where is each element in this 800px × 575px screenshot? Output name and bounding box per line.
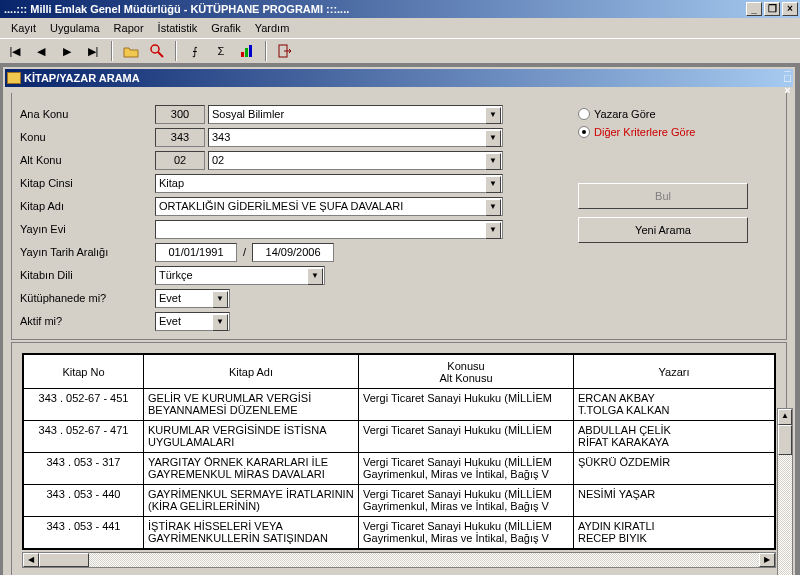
table-cell[interactable]: Vergi Ticaret Sanayi Hukuku (MİLLİEM Gay… <box>359 485 574 517</box>
code-konu[interactable]: 343 <box>155 128 205 147</box>
yeni-arama-button[interactable]: Yeni Arama <box>578 217 748 243</box>
scroll-right-icon[interactable]: ▶ <box>759 553 775 567</box>
table-row[interactable]: 343 . 053 - 440GAYRİMENKUL SERMAYE İRATL… <box>24 485 775 517</box>
date-from[interactable]: 01/01/1991 <box>155 243 237 262</box>
table-cell[interactable]: GAYRİMENKUL SERMAYE İRATLARININ (KİRA GE… <box>144 485 359 517</box>
date-to[interactable]: 14/09/2006 <box>252 243 334 262</box>
table-cell[interactable]: ŞÜKRÜ ÖZDEMİR <box>574 453 775 485</box>
chevron-down-icon[interactable]: ▼ <box>485 153 501 170</box>
chevron-down-icon[interactable]: ▼ <box>212 314 228 331</box>
toolbar: |◀ ◀ ▶ ▶| ⨍ Σ <box>0 38 800 64</box>
menu-uygulama[interactable]: Uygulama <box>43 20 107 36</box>
table-cell[interactable]: GELİR VE KURUMLAR VERGİSİ BEYANNAMESİ DÜ… <box>144 389 359 421</box>
table-row[interactable]: 343 . 053 - 441İŞTİRAK HİSSELERİ VEYA GA… <box>24 517 775 549</box>
nav-first-icon[interactable]: |◀ <box>4 40 26 62</box>
minimize-button[interactable]: _ <box>746 2 762 16</box>
combo-kitapcinsi[interactable]: Kitap▼ <box>155 174 503 193</box>
main-title: ....::: Milli Emlak Genel Müdürlüğü - KÜ… <box>2 3 744 15</box>
sub-maximize-button[interactable]: □ <box>784 72 791 84</box>
chevron-down-icon[interactable]: ▼ <box>485 176 501 193</box>
menu-rapor[interactable]: Rapor <box>107 20 151 36</box>
nav-next-icon[interactable]: ▶ <box>56 40 78 62</box>
table-row[interactable]: 343 . 052-67 - 471KURUMLAR VERGİSİNDE İS… <box>24 421 775 453</box>
menu-yardim[interactable]: Yardım <box>248 20 297 36</box>
combo-kutuphanede[interactable]: Evet▼ <box>155 289 230 308</box>
menu-istatistik[interactable]: İstatistik <box>151 20 205 36</box>
nav-prev-icon[interactable]: ◀ <box>30 40 52 62</box>
combo-kitabindili[interactable]: Türkçe▼ <box>155 266 325 285</box>
table-cell[interactable]: Vergi Ticaret Sanayi Hukuku (MİLLİEM Gay… <box>359 453 574 485</box>
label-kitabindili: Kitabın Dili <box>20 269 155 281</box>
sum-icon[interactable]: Σ <box>210 40 232 62</box>
table-cell[interactable]: 343 . 052-67 - 471 <box>24 421 144 453</box>
table-cell[interactable]: 343 . 053 - 441 <box>24 517 144 549</box>
close-button[interactable]: × <box>782 2 798 16</box>
combo-altkonu[interactable]: 02▼ <box>208 151 503 170</box>
table-cell[interactable]: Vergi Ticaret Sanayi Hukuku (MİLLİEM Gay… <box>359 517 574 549</box>
scroll-thumb[interactable] <box>39 553 89 567</box>
table-cell[interactable]: KURUMLAR VERGİSİNDE İSTİSNA UYGULAMALARI <box>144 421 359 453</box>
sub-titlebar: KİTAP/YAZAR ARAMA _ □ × <box>5 69 793 87</box>
menu-kayit[interactable]: Kayıt <box>4 20 43 36</box>
chevron-down-icon[interactable]: ▼ <box>485 199 501 216</box>
open-folder-icon[interactable] <box>120 40 142 62</box>
table-cell[interactable]: YARGITAY ÖRNEK KARARLARI İLE GAYREMENKUL… <box>144 453 359 485</box>
maximize-button[interactable]: ❐ <box>764 2 780 16</box>
results-table: Kitap No Kitap Adı KonusuAlt Konusu Yaza… <box>22 353 776 550</box>
label-kutuphanede: Kütüphanede mi? <box>20 292 155 304</box>
sub-minimize-button[interactable]: _ <box>784 60 791 72</box>
nav-last-icon[interactable]: ▶| <box>82 40 104 62</box>
svg-line-1 <box>158 52 163 57</box>
th-kitapadi[interactable]: Kitap Adı <box>144 355 359 389</box>
table-cell[interactable]: ABDULLAH ÇELİKRİFAT KARAKAYA <box>574 421 775 453</box>
chevron-down-icon[interactable]: ▼ <box>307 268 323 285</box>
sub-title: KİTAP/YAZAR ARAMA <box>24 72 140 84</box>
exit-icon[interactable] <box>274 40 296 62</box>
sub-close-button[interactable]: × <box>784 84 791 96</box>
table-cell[interactable]: 343 . 053 - 317 <box>24 453 144 485</box>
table-cell[interactable]: NESİMİ YAŞAR <box>574 485 775 517</box>
search-icon[interactable] <box>146 40 168 62</box>
scroll-left-icon[interactable]: ◀ <box>23 553 39 567</box>
th-kitapno[interactable]: Kitap No <box>24 355 144 389</box>
chevron-down-icon[interactable]: ▼ <box>485 130 501 147</box>
scroll-thumb-v[interactable] <box>778 425 792 455</box>
code-altkonu[interactable]: 02 <box>155 151 205 170</box>
label-kitapadi: Kitap Adı <box>20 200 155 212</box>
main-titlebar: ....::: Milli Emlak Genel Müdürlüğü - KÜ… <box>0 0 800 18</box>
combo-konu[interactable]: 343▼ <box>208 128 503 147</box>
table-cell[interactable]: Vergi Ticaret Sanayi Hukuku (MİLLİEM <box>359 421 574 453</box>
horizontal-scrollbar[interactable]: ◀ ▶ <box>22 552 776 568</box>
radio-diger-kriterlere[interactable]: Diğer Kriterlere Göre <box>578 123 778 141</box>
chevron-down-icon[interactable]: ▼ <box>485 222 501 239</box>
table-cell[interactable]: AYDIN KIRATLIRECEP BIYIK <box>574 517 775 549</box>
svg-rect-3 <box>245 48 248 57</box>
scroll-up-icon[interactable]: ▲ <box>778 409 792 425</box>
func-icon[interactable]: ⨍ <box>184 40 206 62</box>
combo-yayinevi[interactable]: ▼ <box>155 220 503 239</box>
code-anakonu[interactable]: 300 <box>155 105 205 124</box>
th-yazari[interactable]: Yazarı <box>574 355 775 389</box>
menubar: Kayıt Uygulama Rapor İstatistik Grafik Y… <box>0 18 800 38</box>
table-cell[interactable]: 343 . 053 - 440 <box>24 485 144 517</box>
radio-yazara-gore[interactable]: Yazara Göre <box>578 105 778 123</box>
th-konusu[interactable]: KonusuAlt Konusu <box>359 355 574 389</box>
table-cell[interactable]: 343 . 052-67 - 451 <box>24 389 144 421</box>
chevron-down-icon[interactable]: ▼ <box>212 291 228 308</box>
chart-icon[interactable] <box>236 40 258 62</box>
svg-rect-2 <box>241 52 244 57</box>
combo-anakonu[interactable]: Sosyal Bilimler▼ <box>208 105 503 124</box>
folder-icon <box>7 72 21 84</box>
table-cell[interactable]: İŞTİRAK HİSSELERİ VEYA GAYRİMENKULLERİN … <box>144 517 359 549</box>
menu-grafik[interactable]: Grafik <box>204 20 247 36</box>
combo-aktif[interactable]: Evet▼ <box>155 312 230 331</box>
table-cell[interactable]: Vergi Ticaret Sanayi Hukuku (MİLLİEM <box>359 389 574 421</box>
table-cell[interactable]: ERCAN AKBAYT.TOLGA KALKAN <box>574 389 775 421</box>
bul-button[interactable]: Bul <box>578 183 748 209</box>
table-row[interactable]: 343 . 052-67 - 451GELİR VE KURUMLAR VERG… <box>24 389 775 421</box>
label-konu: Konu <box>20 131 155 143</box>
chevron-down-icon[interactable]: ▼ <box>485 107 501 124</box>
table-row[interactable]: 343 . 053 - 317YARGITAY ÖRNEK KARARLARI … <box>24 453 775 485</box>
combo-kitapadi[interactable]: ORTAKLIĞIN GİDERİLMESİ VE ŞUFA DAVALARI▼ <box>155 197 503 216</box>
vertical-scrollbar[interactable]: ▲ ▼ <box>777 408 793 575</box>
